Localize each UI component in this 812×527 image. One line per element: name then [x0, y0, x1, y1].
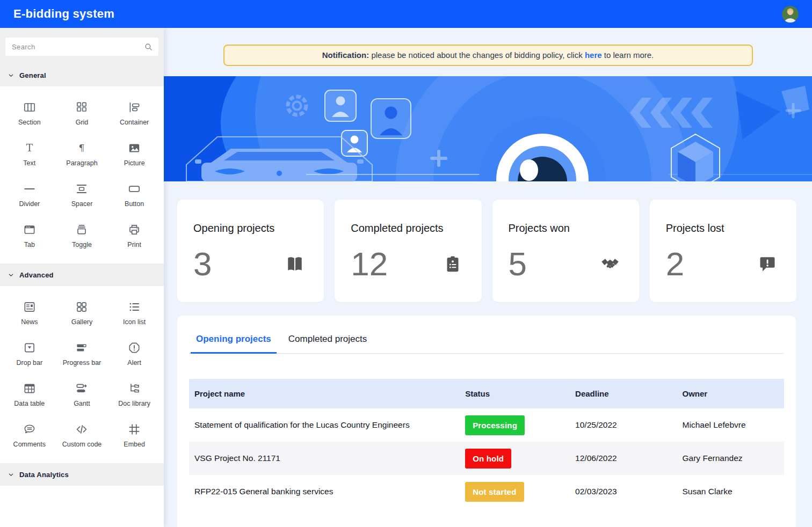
search-input[interactable]: [11, 42, 144, 52]
sidebar-widget-item[interactable]: Gantt: [56, 374, 108, 415]
sidebar-widget-item[interactable]: Grid: [56, 93, 108, 134]
sidebar-widget-item[interactable]: Alert: [108, 333, 161, 374]
custom-code-icon: [75, 422, 89, 436]
sidebar-section-header[interactable]: Advanced: [0, 264, 164, 286]
icon-list-icon: [127, 300, 141, 314]
sidebar-widget-label: Picture: [124, 159, 145, 167]
stat-card: Opening projects 3: [177, 200, 324, 302]
data-table-icon: [23, 382, 37, 396]
sidebar-widget-item[interactable]: Toggle: [56, 215, 108, 256]
sidebar-widget-label: Custom code: [62, 441, 102, 448]
tab[interactable]: Completed projects: [283, 327, 372, 354]
cell-deadline: 10/25/2022: [570, 420, 677, 430]
sidebar-widget-item[interactable]: Paragraph: [56, 134, 108, 174]
sidebar-widget-item[interactable]: Drop bar: [3, 333, 56, 374]
sidebar-widget-item[interactable]: Button: [108, 174, 161, 215]
picture-icon: [127, 141, 141, 155]
projects-panel: Opening projects Completed projects Proj…: [177, 316, 796, 527]
sidebar-section-header[interactable]: Data Analytics: [0, 463, 164, 486]
doc-library-icon: [127, 382, 141, 396]
gantt-icon: [75, 382, 89, 396]
sidebar-widget-label: Button: [125, 200, 144, 208]
book-icon: [285, 254, 305, 274]
cell-owner: Gary Fernandez: [677, 453, 784, 463]
sidebar-widget-item[interactable]: Container: [108, 93, 161, 134]
sidebar-widget-label: Comments: [13, 441, 46, 448]
column-header-project-name: Project name: [189, 389, 460, 398]
sidebar-widget-item[interactable]: Section: [3, 93, 56, 134]
sidebar-widget-item[interactable]: News: [3, 292, 56, 333]
topbar: E-bidding system: [0, 0, 812, 28]
sidebar-widget-label: News: [21, 318, 38, 326]
gallery-icon: [75, 300, 89, 314]
sidebar-section: Advanced News Gallery: [0, 264, 164, 463]
sidebar-widget-item[interactable]: Progress bar: [56, 333, 108, 374]
notification-prefix: Notification:: [322, 50, 369, 60]
sidebar-section-header[interactable]: General: [0, 64, 164, 86]
handshake-icon: [600, 254, 620, 274]
sidebar-widget-item[interactable]: Print: [108, 215, 161, 256]
user-avatar[interactable]: [782, 6, 799, 23]
cell-owner: Susan Clarke: [677, 487, 784, 496]
sidebar-widget-label: Grid: [76, 119, 89, 126]
search-icon[interactable]: [144, 42, 153, 52]
sidebar-widget-label: Drop bar: [17, 359, 43, 367]
sidebar-widget-item[interactable]: Picture: [108, 134, 161, 174]
column-header-status: Status: [460, 389, 570, 398]
sidebar-widget-label: Gantt: [74, 400, 90, 407]
sidebar-items-grid: News Gallery Icon list: [0, 286, 164, 463]
notification-here-link[interactable]: here: [585, 50, 602, 60]
sidebar-widget-item[interactable]: Icon list: [108, 292, 161, 333]
sidebar-section-title: General: [19, 71, 46, 79]
cell-status: Not started: [460, 482, 570, 502]
cell-status: Processing: [460, 415, 570, 435]
progress-bar-icon: [75, 341, 89, 355]
notification-body: please be noticed about the changes of b…: [371, 50, 582, 60]
sidebar-widget-item[interactable]: Data table: [3, 374, 56, 415]
drop-bar-icon: [23, 341, 37, 355]
clipboard-icon: [443, 254, 462, 274]
stat-title: Completed projects: [351, 222, 465, 235]
grid-icon: [75, 100, 89, 114]
stat-card: Projects won 5: [492, 200, 639, 302]
table-row[interactable]: VSG Project No. 21171 On hold 12/06/2022…: [189, 442, 784, 475]
status-badge: On hold: [465, 449, 511, 469]
chevron-down-icon: [8, 72, 15, 79]
sidebar-widget-item[interactable]: Divider: [3, 174, 56, 215]
sidebar-widget-item[interactable]: Comments: [3, 415, 56, 456]
alert-bubble-icon: [758, 254, 777, 274]
sidebar-section-title: Advanced: [19, 271, 54, 279]
hero-illustration: [164, 76, 812, 181]
notification-banner: Notification: please be noticed about th…: [223, 45, 753, 66]
stat-value: 12: [351, 247, 388, 281]
sidebar-widget-label: Icon list: [123, 318, 146, 326]
sidebar-widget-item[interactable]: Custom code: [56, 415, 108, 456]
sidebar-widget-item[interactable]: Spacer: [56, 174, 108, 215]
sidebar-widget-item[interactable]: Doc library: [108, 374, 161, 415]
sidebar-widget-item[interactable]: Gallery: [56, 292, 108, 333]
tab-icon: [23, 223, 37, 237]
stat-card: Completed projects 12: [335, 200, 481, 302]
app-title: E-bidding system: [13, 7, 114, 21]
hero-banner: [164, 76, 812, 181]
sidebar-section: Data Analytics: [0, 463, 164, 500]
comments-icon: [23, 422, 37, 436]
sidebar-widget-label: Tab: [24, 241, 35, 248]
main-content: Notification: please be noticed about th…: [164, 28, 812, 527]
sidebar-section: General Section Grid: [0, 64, 164, 264]
cell-project-name: RFP22-015 General banking services: [189, 487, 460, 496]
sidebar-widget-label: Spacer: [71, 200, 93, 208]
table-header-row: Project name Status Deadline Owner: [189, 379, 784, 408]
column-header-owner: Owner: [677, 389, 784, 398]
sidebar-widget-item[interactable]: Tab: [3, 215, 56, 256]
sidebar-widget-item[interactable]: Text: [3, 134, 56, 174]
notification-area: Notification: please be noticed about th…: [164, 28, 812, 76]
stat-value: 2: [666, 247, 684, 281]
sidebar-widget-item[interactable]: Embed: [108, 415, 161, 456]
stat-title: Projects lost: [666, 222, 780, 235]
table-row[interactable]: RFP22-015 General banking services Not s…: [189, 475, 784, 508]
sidebar-widget-label: Gallery: [71, 318, 93, 326]
print-icon: [127, 223, 141, 237]
tab[interactable]: Opening projects: [191, 327, 277, 354]
table-row[interactable]: Statement of qualification for the Lucas…: [189, 408, 784, 442]
